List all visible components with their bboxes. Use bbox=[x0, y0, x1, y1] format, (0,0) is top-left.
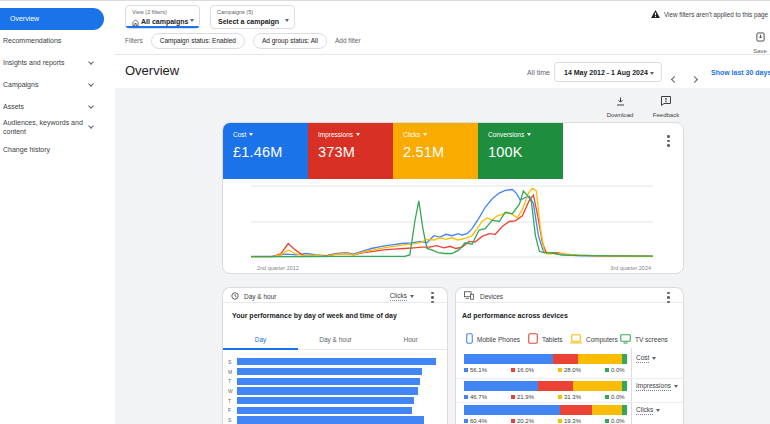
percent-value: 60.4% bbox=[464, 418, 487, 424]
day-label: M bbox=[228, 369, 237, 375]
day-label: F bbox=[228, 407, 237, 413]
legend-item[interactable]: TV screens bbox=[620, 330, 675, 348]
day-bar bbox=[237, 397, 414, 404]
row-divider bbox=[456, 378, 683, 379]
filters-label: Filters bbox=[125, 37, 143, 44]
bar-segment bbox=[592, 405, 623, 415]
bar-segment bbox=[560, 405, 592, 415]
tablet-icon bbox=[528, 330, 538, 348]
line-series-cost bbox=[251, 190, 653, 257]
sidebar-item-change-history[interactable]: Change history bbox=[3, 145, 103, 154]
bar-segment bbox=[622, 354, 627, 364]
overview-chart-card: Cost£1.46MImpressions373MClicks2.51MConv… bbox=[222, 122, 684, 274]
download-label: Download bbox=[600, 112, 640, 118]
legend-item[interactable]: Mobile Phones bbox=[466, 330, 528, 348]
bar-segment bbox=[578, 354, 622, 364]
devices-percent-row: 60.4%20.2%19.3%0.0% bbox=[464, 418, 627, 424]
day-hour-tabs: Day Day & hour Hour bbox=[223, 332, 447, 350]
scorecard-conversions[interactable]: Conversions100K bbox=[478, 123, 563, 179]
bar-segment bbox=[464, 405, 560, 415]
percent-value: 28.0% bbox=[558, 367, 581, 373]
scorecard-impressions[interactable]: Impressions373M bbox=[308, 123, 393, 179]
tab-day[interactable]: Day bbox=[223, 336, 298, 343]
save-icon bbox=[756, 32, 765, 42]
devices-metric-selector-cost[interactable]: Cost bbox=[636, 354, 656, 363]
day-bar-row: M bbox=[228, 367, 436, 377]
day-bar-row: T bbox=[228, 396, 436, 406]
devices-legend: Mobile PhonesTabletsComputersTV screens bbox=[466, 330, 675, 348]
tab-day-hour[interactable]: Day & hour bbox=[298, 336, 373, 343]
day-hour-card-title: Day & hour bbox=[244, 293, 277, 300]
save-button[interactable]: Save bbox=[750, 28, 770, 54]
sidebar-item-recommendations[interactable]: Recommendations bbox=[3, 36, 103, 45]
devices-metric-selector-impressions[interactable]: Impressions bbox=[636, 382, 678, 391]
tab-hour[interactable]: Hour bbox=[373, 336, 448, 343]
day-bar bbox=[237, 416, 424, 423]
devices-percent-row: 56.1%16.0%28.0%0.0% bbox=[464, 367, 627, 374]
date-range-value: 14 May 2012 - 1 Aug 2024 bbox=[564, 69, 648, 76]
campaign-selector-label: Campaigns (5) bbox=[217, 9, 253, 15]
chart-card-menu[interactable] bbox=[667, 135, 670, 149]
warning-icon bbox=[651, 10, 660, 18]
devices-metric-selector-clicks[interactable]: Clicks bbox=[636, 406, 660, 415]
show-last-30-days-link[interactable]: Show last 30 days bbox=[711, 69, 770, 76]
devices-card-header: Devices bbox=[456, 288, 683, 303]
add-filter-button[interactable]: Add filter bbox=[335, 37, 361, 44]
legend-item[interactable]: Tablets bbox=[528, 330, 570, 348]
next-period-button[interactable] bbox=[692, 68, 697, 86]
devices-stacked-bar-impressions bbox=[464, 381, 627, 391]
feedback-button[interactable]: Feedback bbox=[646, 92, 686, 118]
bar-segment bbox=[553, 354, 578, 364]
day-bar bbox=[237, 407, 412, 414]
percent-value: 31.3% bbox=[558, 394, 581, 400]
view-selector[interactable]: View (2 filters) All campaigns bbox=[125, 5, 200, 29]
devices-card-title: Devices bbox=[480, 293, 503, 300]
devices-stacked-bar-clicks bbox=[464, 405, 627, 415]
day-label: T bbox=[228, 378, 237, 384]
campaign-selector-value: Select a campaign bbox=[218, 18, 279, 25]
sidebar-item-audiences-keywords-and-content[interactable]: Audiences, keywords and content bbox=[3, 118, 103, 136]
chevron-down-icon bbox=[190, 19, 194, 22]
day-hour-subtitle: Your performance by day of week and time… bbox=[232, 312, 397, 319]
bar-segment bbox=[464, 381, 538, 391]
day-hour-card: Day & hour Clicks Your performance by da… bbox=[222, 287, 448, 424]
save-label: Save bbox=[750, 48, 770, 54]
computer-icon bbox=[570, 330, 582, 348]
day-bar-row: W bbox=[228, 386, 436, 396]
bar-segment bbox=[464, 354, 553, 364]
scorecard-cost[interactable]: Cost£1.46M bbox=[223, 123, 308, 179]
svg-text:2nd quarter 2012: 2nd quarter 2012 bbox=[257, 265, 299, 271]
day-bar-row: T bbox=[228, 376, 436, 386]
day-hour-card-menu[interactable] bbox=[431, 292, 434, 306]
bar-segment bbox=[622, 405, 627, 415]
day-bar-row: S bbox=[228, 415, 436, 424]
performance-line-chart: 2nd quarter 20123rd quarter 2024 bbox=[223, 179, 684, 274]
sidebar-item-overview[interactable]: Overview bbox=[0, 8, 104, 30]
feedback-icon bbox=[661, 96, 671, 106]
day-bar bbox=[237, 387, 418, 394]
filter-chip-ad-group-status[interactable]: Ad group status: All bbox=[253, 33, 327, 49]
legend-item[interactable]: Computers bbox=[570, 330, 620, 348]
scorecard-clicks[interactable]: Clicks2.51M bbox=[393, 123, 478, 179]
campaign-selector[interactable]: Campaigns (5) Select a campaign bbox=[210, 5, 295, 29]
percent-value: 21.9% bbox=[511, 394, 534, 400]
day-hour-metric-selector[interactable]: Clicks bbox=[390, 292, 414, 301]
day-bar-row: F bbox=[228, 405, 436, 415]
filters-warning: View filters aren't applied to this page bbox=[651, 10, 768, 18]
previous-period-button[interactable] bbox=[672, 68, 677, 86]
tv-screen-icon bbox=[620, 330, 631, 348]
percent-value: 16.0% bbox=[511, 367, 534, 373]
devices-subtitle: Ad performance across devices bbox=[462, 312, 568, 319]
day-hour-card-header: Day & hour Clicks bbox=[223, 288, 447, 303]
download-icon bbox=[616, 97, 625, 106]
view-selector-value: All campaigns bbox=[141, 18, 188, 25]
active-tab-indicator bbox=[223, 348, 298, 350]
devices-card-menu[interactable] bbox=[667, 292, 670, 306]
filter-chip-campaign-status[interactable]: Campaign status: Enabled bbox=[151, 33, 245, 49]
download-button[interactable]: Download bbox=[600, 92, 640, 118]
mobile-phone-icon bbox=[466, 330, 473, 348]
day-bar bbox=[237, 358, 436, 365]
date-range-selector[interactable]: 14 May 2012 - 1 Aug 2024 bbox=[554, 62, 662, 82]
scorecard-strip: Cost£1.46MImpressions373MClicks2.51MConv… bbox=[223, 123, 563, 179]
home-icon bbox=[132, 19, 139, 26]
